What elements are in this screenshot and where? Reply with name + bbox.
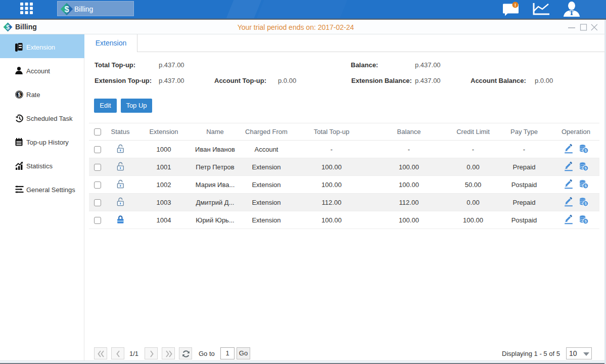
svg-text:$: $ <box>18 92 21 98</box>
svg-text:!: ! <box>515 3 516 8</box>
svg-text:$: $ <box>64 5 69 14</box>
